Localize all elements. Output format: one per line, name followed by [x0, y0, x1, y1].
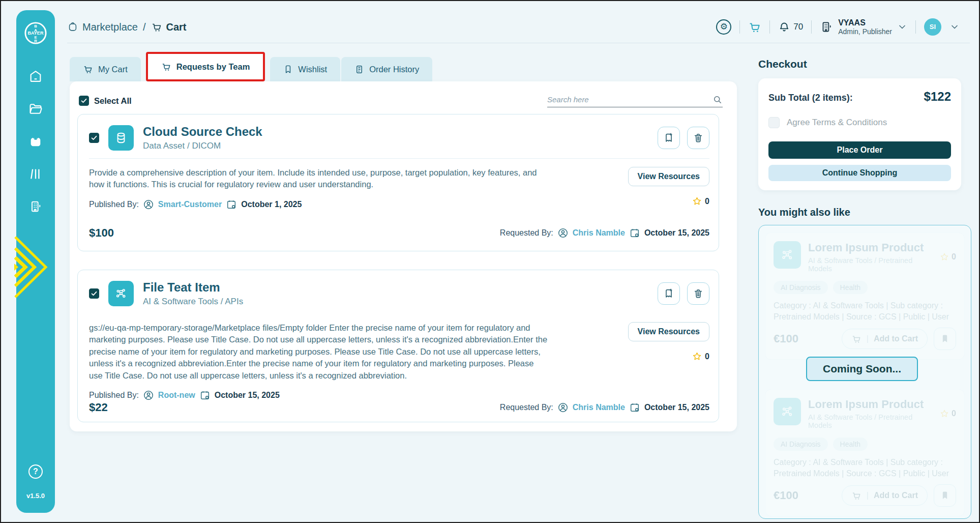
item-checkbox[interactable]: [89, 133, 99, 143]
product-price: €100: [774, 489, 798, 502]
pipe-separator: |: [867, 491, 869, 500]
books-icon: [28, 167, 43, 181]
tab-order-history[interactable]: Order History: [341, 57, 432, 81]
notification-count: 70: [793, 22, 803, 32]
view-resources-button[interactable]: View Resources: [628, 322, 709, 341]
tag-badge: Health: [833, 438, 868, 451]
trash-icon: [693, 132, 704, 143]
folder-icon: [28, 102, 43, 116]
bookmark-add-button[interactable]: [658, 127, 680, 149]
sidebar-item-organization[interactable]: [28, 199, 43, 214]
view-resources-button[interactable]: View Resources: [628, 167, 709, 186]
header-divider: [739, 20, 740, 34]
bookmark-add-button[interactable]: [658, 282, 680, 305]
delete-button[interactable]: [687, 127, 709, 149]
product-meta: Category : AI & Software Tools | Sub cat…: [774, 300, 956, 322]
tag-badge: Health: [833, 281, 868, 294]
select-all-checkbox[interactable]: [79, 96, 89, 106]
search-icon[interactable]: [712, 95, 723, 105]
header: Marketplace / Cart ⚙: [67, 12, 970, 42]
item-category: AI & Software Tools / APIs: [143, 297, 243, 307]
add-to-cart-label: Add to Cart: [874, 334, 918, 343]
published-date: October 15, 2025: [215, 391, 280, 400]
header-cart-icon[interactable]: [748, 20, 761, 34]
help-icon[interactable]: ?: [28, 464, 43, 479]
sidebar-item-library[interactable]: [28, 167, 43, 181]
terms-checkbox[interactable]: [768, 117, 780, 128]
app-screen: BAYER B A E R: [0, 0, 980, 523]
app-version: v1.5.0: [26, 492, 45, 500]
add-to-cart-button[interactable]: | Add to Cart: [842, 329, 928, 349]
coming-soon-badge: Coming Soon...: [806, 357, 918, 381]
person-circle-icon: [557, 402, 569, 413]
check-icon: [80, 97, 87, 104]
star-icon: [692, 196, 702, 206]
sidebar-item-marketplace[interactable]: [28, 134, 43, 149]
bookmark-add-icon: [663, 288, 674, 299]
product-title: Lorem Ipsum Product: [808, 398, 933, 411]
item-title: Cloud Source Check: [143, 125, 262, 139]
chevron-down-icon[interactable]: [949, 22, 960, 32]
bookmark-button[interactable]: [934, 328, 956, 350]
person-circle-icon: [143, 390, 154, 401]
home-icon: [28, 69, 43, 83]
item-actions: [658, 127, 709, 149]
product-category: AI & Software Tools / Pretrained Models: [808, 256, 933, 273]
panel-toolbar: Select All: [79, 93, 723, 109]
place-order-button[interactable]: Place Order: [768, 141, 951, 159]
notifications-button[interactable]: 70: [778, 21, 803, 33]
settings-gear-icon[interactable]: ⚙: [716, 19, 731, 35]
rating-count: 0: [705, 197, 709, 206]
delete-button[interactable]: [687, 282, 709, 305]
continue-shopping-button[interactable]: Continue Shopping: [768, 165, 951, 181]
terms-label: Agree Terms & Conditions: [787, 118, 887, 128]
add-to-cart-button[interactable]: | Add to Cart: [842, 485, 928, 506]
breadcrumb-separator: /: [143, 21, 146, 33]
marketplace-bag-icon: [67, 21, 78, 33]
cart-item-header: File Teat Item AI & Software Tools / API…: [89, 280, 709, 307]
tab-wishlist[interactable]: Wishlist: [270, 57, 340, 81]
item-checkbox[interactable]: [89, 288, 99, 299]
requester-link[interactable]: Chris Namble: [573, 403, 625, 412]
tab-my-cart[interactable]: My Cart: [70, 57, 141, 81]
requested-by-row: Requested By: Chris Namble October 15, 2…: [500, 402, 709, 413]
calendar-icon: [629, 402, 640, 413]
bookmark-icon: [283, 65, 293, 74]
building-icon: [28, 199, 43, 214]
subtotal-row: Sub Total (2 items): $122: [768, 90, 951, 104]
cart-item-footer: $22 Requested By: Chris Namble October 1…: [89, 401, 709, 414]
requester-link[interactable]: Chris Namble: [573, 228, 625, 238]
published-by-label: Published By:: [89, 200, 139, 209]
cart-tabs: My Cart Requests by Team Wishlist Order …: [70, 50, 432, 81]
sidebar-item-home[interactable]: [28, 69, 43, 83]
requested-by-row: Requested By: Chris Namble October 15, 2…: [500, 227, 709, 239]
rating: 0: [940, 241, 956, 273]
publisher-link[interactable]: Smart-Customer: [158, 200, 222, 209]
requested-by-label: Requested By:: [500, 403, 553, 412]
product-category: AI & Software Tools / Pretrained Models: [808, 413, 933, 429]
breadcrumb: Marketplace / Cart: [67, 21, 187, 33]
bookmark-button[interactable]: [934, 484, 956, 507]
header-divider: [769, 20, 770, 34]
breadcrumb-marketplace[interactable]: Marketplace: [67, 21, 138, 33]
tab-requests-by-team[interactable]: Requests by Team: [146, 52, 265, 81]
sidebar-item-folders[interactable]: [28, 102, 43, 116]
bag-filled-icon: [28, 134, 43, 149]
calendar-icon: [629, 227, 640, 239]
search-input[interactable]: [547, 95, 712, 104]
rating-count: 0: [952, 409, 956, 418]
suggestions-title: You might also like: [758, 207, 850, 218]
user-avatar[interactable]: SI: [924, 18, 941, 36]
breadcrumb-cart: Cart: [151, 21, 187, 33]
card-divider: [89, 158, 709, 159]
org-switcher[interactable]: VYAAS Admin, Publisher: [820, 18, 907, 36]
cart-item-card: File Teat Item AI & Software Tools / API…: [77, 270, 719, 422]
calendar-icon: [226, 199, 237, 210]
ai-network-icon: [774, 398, 801, 425]
header-divider: [811, 20, 812, 34]
product-title: Lorem Ipsum Product: [808, 241, 933, 254]
published-date: October 1, 2025: [241, 200, 302, 209]
product-tags: AI Diagnosis Health: [774, 438, 956, 451]
svg-text:R: R: [34, 39, 37, 43]
publisher-link[interactable]: Root-new: [158, 391, 195, 400]
